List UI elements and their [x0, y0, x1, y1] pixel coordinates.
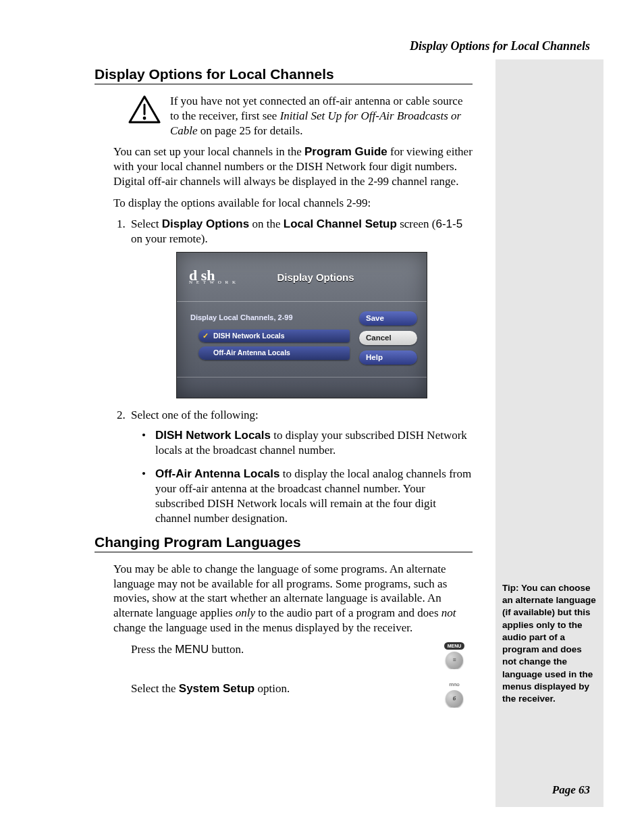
save-button[interactable]: Save: [359, 311, 417, 325]
screenshot-title: Display Options: [277, 271, 354, 284]
lang-step-1: MENU ≡ Press the MENU button.: [128, 642, 473, 669]
menu-button-icon: MENU ≡: [443, 642, 466, 669]
option-group-label: Display Local Channels, 2-99: [190, 313, 350, 322]
running-header: Display Options for Local Channels: [410, 39, 590, 53]
page-number: Page 63: [552, 783, 590, 797]
option-offair-locals[interactable]: Off-Air Antenna Locals: [198, 346, 350, 360]
bullet-dish-locals: DISH Network Locals to display your subs…: [142, 428, 473, 458]
six-button-icon: mno 6: [443, 681, 466, 708]
intro-paragraph-2: To display the options available for loc…: [113, 196, 473, 211]
bullet-offair-locals: Off-Air Antenna Locals to display the lo…: [142, 467, 473, 526]
help-button[interactable]: Help: [359, 350, 417, 365]
warning-icon: [128, 95, 161, 128]
step-2: Select one of the following:: [128, 408, 473, 423]
sidebar-tip: Tip: You can choose an alternate languag…: [502, 582, 597, 705]
lang-step-2: mno 6 Select the System Setup option.: [128, 681, 473, 708]
step-1: Select Display Options on the Local Chan…: [128, 217, 473, 398]
option-dish-locals[interactable]: DISH Network Locals: [198, 330, 350, 343]
intro-paragraph-1: You can set up your local channels in th…: [113, 145, 473, 188]
section2-title: Changing Program Languages: [95, 534, 473, 552]
svg-point-2: [143, 117, 146, 120]
ui-screenshot: d sh N E T W O R K Display Options Displ…: [176, 252, 427, 398]
dish-logo: d sh N E T W O R K: [189, 269, 237, 285]
cancel-button[interactable]: Cancel: [359, 331, 417, 345]
language-paragraph: You may be able to change the language o…: [113, 562, 473, 635]
section1-title: Display Options for Local Channels: [95, 66, 473, 84]
warning-text: If you have not yet connected an off-air…: [170, 94, 473, 138]
